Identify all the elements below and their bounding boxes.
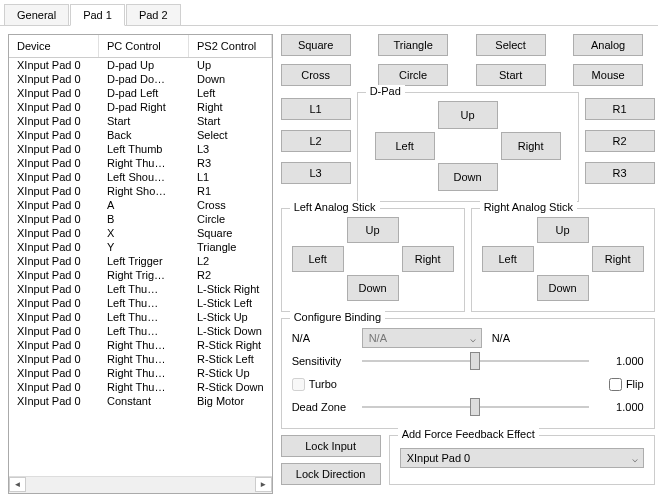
table-row[interactable]: XInput Pad 0YTriangle: [9, 240, 272, 254]
square-button[interactable]: Square: [281, 34, 351, 56]
table-row[interactable]: XInput Pad 0D-pad Do…Down: [9, 72, 272, 86]
table-row[interactable]: XInput Pad 0Left Shou…L1: [9, 170, 272, 184]
dpad-legend: D-Pad: [366, 85, 405, 97]
configure-binding-legend: Configure Binding: [290, 311, 385, 323]
l2-button[interactable]: L2: [281, 130, 351, 152]
header-ps2-control[interactable]: PS2 Control: [189, 35, 272, 57]
lstick-left-button[interactable]: Left: [292, 246, 344, 272]
analog-button[interactable]: Analog: [573, 34, 643, 56]
table-row[interactable]: XInput Pad 0BCircle: [9, 212, 272, 226]
left-stick-legend: Left Analog Stick: [290, 201, 380, 213]
table-row[interactable]: XInput Pad 0Right Trig…R2: [9, 268, 272, 282]
table-row[interactable]: XInput Pad 0XSquare: [9, 226, 272, 240]
table-row[interactable]: XInput Pad 0Left ThumbL3: [9, 142, 272, 156]
table-row[interactable]: XInput Pad 0Left Thu…L-Stick Left: [9, 296, 272, 310]
rstick-right-button[interactable]: Right: [592, 246, 644, 272]
dpad-down-button[interactable]: Down: [438, 163, 498, 191]
lstick-down-button[interactable]: Down: [347, 275, 399, 301]
l3-button[interactable]: L3: [281, 162, 351, 184]
force-feedback-legend: Add Force Feedback Effect: [398, 428, 539, 440]
table-row[interactable]: XInput Pad 0D-pad UpUp: [9, 58, 272, 72]
tab-pad1[interactable]: Pad 1: [70, 4, 125, 26]
table-row[interactable]: XInput Pad 0Right Thu…R-Stick Right: [9, 338, 272, 352]
configure-binding-group: Configure Binding N/A N/A N/A Sensitivit…: [281, 318, 655, 429]
table-row[interactable]: XInput Pad 0BackSelect: [9, 128, 272, 142]
r2-button[interactable]: R2: [585, 130, 655, 152]
header-pc-control[interactable]: PC Control: [99, 35, 189, 57]
table-row[interactable]: XInput Pad 0Right Thu…R3: [9, 156, 272, 170]
sensitivity-label: Sensitivity: [292, 355, 352, 367]
table-row[interactable]: XInput Pad 0StartStart: [9, 114, 272, 128]
deadzone-value: 1.000: [599, 401, 644, 413]
lock-direction-button[interactable]: Lock Direction: [281, 463, 381, 485]
lstick-right-button[interactable]: Right: [402, 246, 454, 272]
right-stick-group: Right Analog Stick Up Left Right Down: [471, 208, 655, 312]
triangle-button[interactable]: Triangle: [378, 34, 448, 56]
deadzone-label: Dead Zone: [292, 401, 352, 413]
table-row[interactable]: XInput Pad 0D-pad LeftLeft: [9, 86, 272, 100]
bindings-table: Device PC Control PS2 Control XInput Pad…: [8, 34, 273, 494]
rstick-down-button[interactable]: Down: [537, 275, 589, 301]
left-stick-group: Left Analog Stick Up Left Right Down: [281, 208, 465, 312]
tab-pad2[interactable]: Pad 2: [126, 4, 181, 25]
r1-button[interactable]: R1: [585, 98, 655, 120]
start-button[interactable]: Start: [476, 64, 546, 86]
turbo-checkbox[interactable]: Turbo: [292, 378, 352, 391]
sensitivity-value: 1.000: [599, 355, 644, 367]
binding-na2-label: N/A: [492, 332, 510, 344]
dpad-left-button[interactable]: Left: [375, 132, 435, 160]
table-header: Device PC Control PS2 Control: [9, 35, 272, 58]
horizontal-scrollbar[interactable]: ◄ ►: [9, 476, 272, 493]
dpad-up-button[interactable]: Up: [438, 101, 498, 129]
binding-combo[interactable]: N/A: [362, 328, 482, 348]
sensitivity-slider[interactable]: [362, 351, 589, 371]
lstick-up-button[interactable]: Up: [347, 217, 399, 243]
mouse-button[interactable]: Mouse: [573, 64, 643, 86]
table-row[interactable]: XInput Pad 0Right Thu…R-Stick Left: [9, 352, 272, 366]
flip-checkbox[interactable]: Flip: [609, 378, 644, 391]
tab-general[interactable]: General: [4, 4, 69, 25]
table-row[interactable]: XInput Pad 0Right Thu…R-Stick Down: [9, 380, 272, 394]
r3-button[interactable]: R3: [585, 162, 655, 184]
table-row[interactable]: XInput Pad 0Right Thu…R-Stick Up: [9, 366, 272, 380]
table-row[interactable]: XInput Pad 0Left TriggerL2: [9, 254, 272, 268]
table-row[interactable]: XInput Pad 0Left Thu…L-Stick Up: [9, 310, 272, 324]
table-row[interactable]: XInput Pad 0Right Sho…R1: [9, 184, 272, 198]
force-feedback-group: Add Force Feedback Effect XInput Pad 0: [389, 435, 655, 485]
rstick-up-button[interactable]: Up: [537, 217, 589, 243]
scroll-right-icon[interactable]: ►: [255, 477, 272, 492]
scroll-left-icon[interactable]: ◄: [9, 477, 26, 492]
cross-button[interactable]: Cross: [281, 64, 351, 86]
right-stick-legend: Right Analog Stick: [480, 201, 577, 213]
rstick-left-button[interactable]: Left: [482, 246, 534, 272]
force-feedback-device-combo[interactable]: XInput Pad 0: [400, 448, 644, 468]
circle-button[interactable]: Circle: [378, 64, 448, 86]
dpad-right-button[interactable]: Right: [501, 132, 561, 160]
table-row[interactable]: XInput Pad 0Left Thu…L-Stick Right: [9, 282, 272, 296]
table-row[interactable]: XInput Pad 0Left Thu…L-Stick Down: [9, 324, 272, 338]
header-device[interactable]: Device: [9, 35, 99, 57]
dpad-group: D-Pad Up Left Right Down: [357, 92, 579, 202]
table-row[interactable]: XInput Pad 0D-pad RightRight: [9, 100, 272, 114]
lock-input-button[interactable]: Lock Input: [281, 435, 381, 457]
table-body[interactable]: XInput Pad 0D-pad UpUpXInput Pad 0D-pad …: [9, 58, 272, 476]
deadzone-slider[interactable]: [362, 397, 589, 417]
table-row[interactable]: XInput Pad 0ACross: [9, 198, 272, 212]
l1-button[interactable]: L1: [281, 98, 351, 120]
select-button[interactable]: Select: [476, 34, 546, 56]
table-row[interactable]: XInput Pad 0ConstantBig Motor: [9, 394, 272, 408]
tab-bar: General Pad 1 Pad 2: [0, 0, 658, 26]
binding-na-label: N/A: [292, 332, 352, 344]
